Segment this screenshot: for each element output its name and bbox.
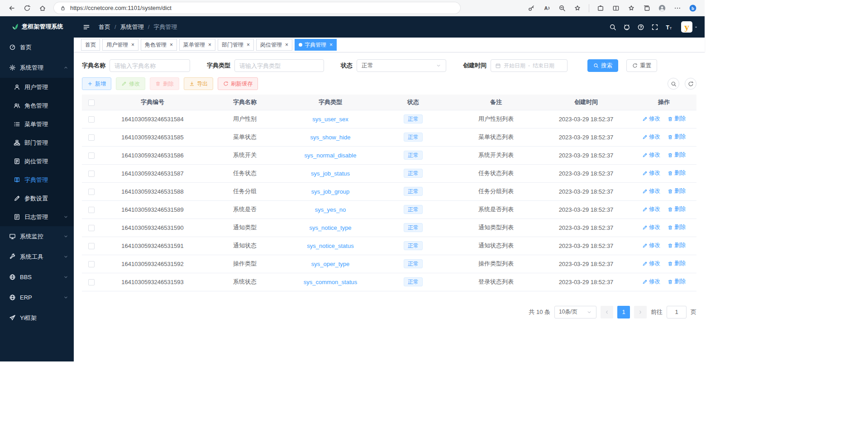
dict-type-link[interactable]: sys_yes_no	[315, 206, 346, 213]
refresh-button[interactable]	[20, 1, 34, 15]
row-checkbox[interactable]	[88, 152, 95, 159]
toolbar-button-2[interactable]: 删除	[150, 77, 179, 90]
tab-3[interactable]: 菜单管理×	[179, 39, 215, 51]
tab-close-icon[interactable]: ×	[329, 42, 333, 48]
current-page-button[interactable]: 1	[617, 306, 630, 318]
split-screen-button[interactable]	[609, 1, 623, 15]
sidebar-item-8[interactable]: 参数设置	[0, 189, 74, 208]
dict-type-link[interactable]: sys_notice_status	[307, 242, 353, 249]
status-select[interactable]: 正常	[357, 59, 446, 72]
edit-button[interactable]: 修改	[642, 205, 660, 213]
sidebar-item-6[interactable]: 岗位管理	[0, 152, 74, 171]
tab-close-icon[interactable]: ×	[285, 42, 288, 48]
dict-type-link[interactable]: sys_show_hide	[310, 134, 351, 141]
row-checkbox[interactable]	[88, 134, 95, 141]
sidebar-item-4[interactable]: 菜单管理	[0, 115, 74, 133]
tab-close-icon[interactable]: ×	[208, 42, 211, 48]
dict-type-link[interactable]: sys_oper_type	[311, 261, 350, 267]
row-checkbox[interactable]	[88, 243, 95, 249]
home-button[interactable]	[35, 1, 50, 15]
delete-button[interactable]: 删除	[668, 133, 686, 141]
dict-type-link[interactable]: sys_job_status	[311, 170, 350, 177]
delete-button[interactable]: 删除	[668, 223, 686, 231]
refresh-table-button[interactable]	[685, 78, 696, 90]
tab-close-icon[interactable]: ×	[131, 42, 134, 48]
toolbar-button-1[interactable]: 修改	[116, 77, 145, 90]
profile-button[interactable]	[655, 1, 669, 15]
delete-button[interactable]: 删除	[668, 187, 686, 195]
delete-button[interactable]: 删除	[668, 242, 686, 249]
user-menu[interactable]: y	[681, 21, 698, 33]
edit-button[interactable]: 修改	[642, 260, 660, 267]
github-button[interactable]	[620, 22, 633, 33]
edit-button[interactable]: 修改	[642, 115, 660, 123]
delete-button[interactable]: 删除	[668, 205, 686, 213]
tab-close-icon[interactable]: ×	[170, 42, 173, 48]
more-menu-button[interactable]	[670, 1, 685, 15]
dict-type-input[interactable]	[234, 59, 324, 72]
delete-button[interactable]: 删除	[668, 169, 686, 177]
tab-0[interactable]: 首页	[81, 39, 100, 51]
sidebar-item-7[interactable]: 字典管理	[0, 171, 74, 189]
page-size-select[interactable]: 10条/页	[554, 306, 596, 318]
row-checkbox[interactable]	[88, 171, 95, 177]
delete-button[interactable]: 删除	[668, 278, 686, 285]
sidebar-item-5[interactable]: 部门管理	[0, 133, 74, 152]
read-aloud-button[interactable]: A	[539, 1, 554, 15]
delete-button[interactable]: 删除	[668, 151, 686, 159]
search-button[interactable]: 搜索	[587, 59, 618, 72]
dict-type-link[interactable]: sys_job_group	[311, 188, 350, 195]
tab-1[interactable]: 用户管理×	[102, 39, 138, 51]
goto-page-input[interactable]	[667, 306, 687, 318]
address-bar[interactable]: https://ccnetcore.com:1101/system/dict	[53, 2, 461, 14]
select-all-checkbox[interactable]	[88, 100, 95, 106]
sidebar-item-1[interactable]: 系统管理	[0, 57, 74, 78]
tab-4[interactable]: 部门管理×	[218, 39, 254, 51]
sidebar-item-3[interactable]: 角色管理	[0, 96, 74, 115]
edit-button[interactable]: 修改	[642, 169, 660, 177]
sidebar-item-12[interactable]: BBS	[0, 267, 74, 287]
bing-chat-button[interactable]: b	[686, 1, 700, 15]
favorites-button[interactable]	[624, 1, 639, 15]
sidebar-item-9[interactable]: 日志管理	[0, 208, 74, 226]
sidebar-item-10[interactable]: 系统监控	[0, 226, 74, 247]
font-size-button[interactable]: TT	[663, 22, 675, 33]
sidebar-toggle-button[interactable]	[80, 22, 93, 33]
toolbar-button-0[interactable]: 新增	[82, 77, 111, 90]
sidebar-item-14[interactable]: Yi框架	[0, 308, 74, 328]
row-checkbox[interactable]	[88, 189, 95, 195]
help-button[interactable]	[634, 22, 647, 33]
prev-page-button[interactable]	[601, 306, 613, 318]
toggle-search-button[interactable]	[668, 78, 679, 90]
row-checkbox[interactable]	[88, 207, 95, 213]
zoom-button[interactable]	[555, 1, 569, 15]
collections-button[interactable]	[639, 1, 654, 15]
breadcrumb-item[interactable]: 系统管理	[120, 23, 144, 31]
tab-6[interactable]: 字典管理×	[295, 39, 337, 51]
sidebar-item-0[interactable]: 首页	[0, 37, 74, 57]
row-checkbox[interactable]	[88, 116, 95, 123]
row-checkbox[interactable]	[88, 279, 95, 285]
header-search-button[interactable]	[606, 22, 619, 33]
delete-button[interactable]: 删除	[668, 260, 686, 267]
password-manager-button[interactable]	[524, 1, 539, 15]
breadcrumb-item[interactable]: 首页	[99, 23, 110, 31]
tab-5[interactable]: 岗位管理×	[256, 39, 292, 51]
sidebar-item-13[interactable]: ERP	[0, 287, 74, 308]
dict-name-input[interactable]	[110, 59, 190, 72]
back-button[interactable]	[5, 1, 19, 15]
dict-type-link[interactable]: sys_notice_type	[309, 224, 351, 231]
next-page-button[interactable]	[634, 306, 647, 318]
dict-type-link[interactable]: sys_normal_disable	[305, 152, 357, 159]
edit-button[interactable]: 修改	[642, 133, 660, 141]
delete-button[interactable]: 删除	[668, 115, 686, 123]
sidebar-item-11[interactable]: 系统工具	[0, 247, 74, 267]
toolbar-button-4[interactable]: 刷新缓存	[218, 77, 258, 90]
edit-button[interactable]: 修改	[642, 278, 660, 285]
row-checkbox[interactable]	[88, 261, 95, 267]
edit-button[interactable]: 修改	[642, 242, 660, 249]
dict-type-link[interactable]: sys_common_status	[304, 279, 358, 285]
edit-button[interactable]: 修改	[642, 223, 660, 231]
add-favorite-button[interactable]	[570, 1, 585, 15]
date-range-picker[interactable]: 开始日期 - 结束日期	[491, 59, 568, 72]
